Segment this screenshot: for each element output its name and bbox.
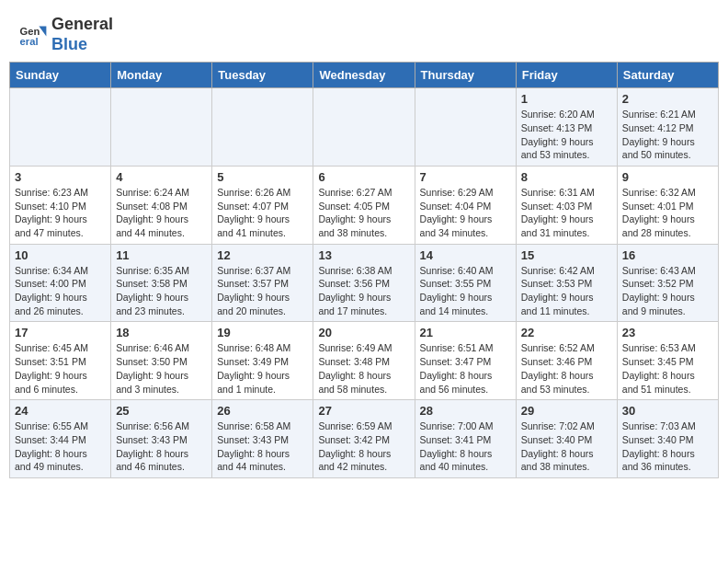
day-info: Sunrise: 6:42 AM Sunset: 3:53 PM Dayligh… [521, 264, 612, 318]
day-info: Sunrise: 7:00 AM Sunset: 3:41 PM Dayligh… [420, 419, 511, 474]
col-header-monday: Monday [111, 63, 212, 88]
header-row: SundayMondayTuesdayWednesdayThursdayFrid… [10, 63, 719, 88]
day-info: Sunrise: 6:46 AM Sunset: 3:50 PM Dayligh… [116, 341, 207, 396]
day-number: 14 [420, 248, 511, 262]
day-cell: 29Sunrise: 7:02 AM Sunset: 3:40 PM Dayli… [516, 400, 617, 478]
day-info: Sunrise: 6:23 AM Sunset: 4:10 PM Dayligh… [15, 186, 106, 240]
svg-marker-2 [39, 26, 46, 36]
day-cell: 15Sunrise: 6:42 AM Sunset: 3:53 PM Dayli… [516, 244, 617, 322]
day-cell: 8Sunrise: 6:31 AM Sunset: 4:03 PM Daylig… [516, 166, 617, 244]
svg-text:Gen: Gen [20, 26, 40, 37]
day-info: Sunrise: 6:35 AM Sunset: 3:58 PM Dayligh… [116, 264, 207, 318]
calendar: SundayMondayTuesdayWednesdayThursdayFrid… [9, 62, 719, 478]
day-number: 27 [318, 404, 409, 418]
day-info: Sunrise: 6:40 AM Sunset: 3:55 PM Dayligh… [420, 264, 511, 318]
col-header-wednesday: Wednesday [313, 63, 415, 88]
day-cell: 18Sunrise: 6:46 AM Sunset: 3:50 PM Dayli… [111, 322, 212, 400]
day-cell: 13Sunrise: 6:38 AM Sunset: 3:56 PM Dayli… [313, 244, 415, 322]
day-number: 21 [420, 326, 511, 339]
day-cell: 14Sunrise: 6:40 AM Sunset: 3:55 PM Dayli… [415, 244, 516, 322]
day-info: Sunrise: 6:21 AM Sunset: 4:12 PM Dayligh… [622, 108, 713, 162]
day-cell: 5Sunrise: 6:26 AM Sunset: 4:07 PM Daylig… [212, 166, 313, 244]
day-cell: 1Sunrise: 6:20 AM Sunset: 4:13 PM Daylig… [516, 88, 617, 167]
day-cell: 10Sunrise: 6:34 AM Sunset: 4:00 PM Dayli… [10, 244, 111, 322]
day-number: 6 [318, 170, 409, 184]
day-info: Sunrise: 6:45 AM Sunset: 3:51 PM Dayligh… [15, 341, 106, 396]
week-row-5: 24Sunrise: 6:55 AM Sunset: 3:44 PM Dayli… [10, 400, 719, 478]
week-row-4: 17Sunrise: 6:45 AM Sunset: 3:51 PM Dayli… [10, 322, 719, 400]
day-number: 28 [420, 404, 511, 418]
day-info: Sunrise: 6:55 AM Sunset: 3:44 PM Dayligh… [15, 419, 106, 474]
day-number: 10 [15, 248, 106, 262]
day-cell [10, 88, 111, 167]
calendar-body: 1Sunrise: 6:20 AM Sunset: 4:13 PM Daylig… [10, 88, 719, 478]
day-info: Sunrise: 6:43 AM Sunset: 3:52 PM Dayligh… [622, 264, 713, 318]
day-cell: 27Sunrise: 6:59 AM Sunset: 3:42 PM Dayli… [313, 400, 415, 478]
calendar-header: SundayMondayTuesdayWednesdayThursdayFrid… [10, 63, 719, 88]
day-info: Sunrise: 6:20 AM Sunset: 4:13 PM Dayligh… [521, 108, 612, 162]
day-number: 22 [521, 326, 612, 339]
day-info: Sunrise: 6:24 AM Sunset: 4:08 PM Dayligh… [116, 186, 207, 240]
day-number: 17 [15, 326, 106, 339]
day-cell: 12Sunrise: 6:37 AM Sunset: 3:57 PM Dayli… [212, 244, 313, 322]
day-info: Sunrise: 6:59 AM Sunset: 3:42 PM Dayligh… [318, 419, 409, 474]
day-number: 2 [622, 92, 713, 106]
col-header-saturday: Saturday [617, 63, 718, 88]
day-info: Sunrise: 6:38 AM Sunset: 3:56 PM Dayligh… [318, 264, 409, 318]
day-number: 11 [116, 248, 207, 262]
day-cell: 19Sunrise: 6:48 AM Sunset: 3:49 PM Dayli… [212, 322, 313, 400]
day-number: 23 [622, 326, 713, 339]
day-number: 7 [420, 170, 511, 184]
day-info: Sunrise: 6:48 AM Sunset: 3:49 PM Dayligh… [217, 341, 308, 396]
day-info: Sunrise: 6:49 AM Sunset: 3:48 PM Dayligh… [318, 341, 409, 396]
day-cell: 20Sunrise: 6:49 AM Sunset: 3:48 PM Dayli… [313, 322, 415, 400]
day-cell [212, 88, 313, 167]
day-cell: 21Sunrise: 6:51 AM Sunset: 3:47 PM Dayli… [415, 322, 516, 400]
day-number: 13 [318, 248, 409, 262]
day-number: 5 [217, 170, 308, 184]
col-header-sunday: Sunday [10, 63, 111, 88]
day-info: Sunrise: 6:27 AM Sunset: 4:05 PM Dayligh… [318, 186, 409, 240]
day-number: 4 [116, 170, 207, 184]
day-info: Sunrise: 7:02 AM Sunset: 3:40 PM Dayligh… [521, 419, 612, 474]
day-cell: 24Sunrise: 6:55 AM Sunset: 3:44 PM Dayli… [10, 400, 111, 478]
day-cell: 17Sunrise: 6:45 AM Sunset: 3:51 PM Dayli… [10, 322, 111, 400]
day-number: 15 [521, 248, 612, 262]
day-info: Sunrise: 6:53 AM Sunset: 3:45 PM Dayligh… [622, 341, 713, 396]
col-header-tuesday: Tuesday [212, 63, 313, 88]
day-cell: 30Sunrise: 7:03 AM Sunset: 3:40 PM Dayli… [617, 400, 718, 478]
day-cell: 25Sunrise: 6:56 AM Sunset: 3:43 PM Dayli… [111, 400, 212, 478]
day-number: 20 [318, 326, 409, 339]
day-cell: 26Sunrise: 6:58 AM Sunset: 3:43 PM Dayli… [212, 400, 313, 478]
day-number: 8 [521, 170, 612, 184]
day-cell: 22Sunrise: 6:52 AM Sunset: 3:46 PM Dayli… [516, 322, 617, 400]
day-info: Sunrise: 6:52 AM Sunset: 3:46 PM Dayligh… [521, 341, 612, 396]
day-number: 9 [622, 170, 713, 184]
day-number: 1 [521, 92, 612, 106]
day-number: 25 [116, 404, 207, 418]
day-info: Sunrise: 6:51 AM Sunset: 3:47 PM Dayligh… [420, 341, 511, 396]
day-cell: 3Sunrise: 6:23 AM Sunset: 4:10 PM Daylig… [10, 166, 111, 244]
header: Gen eral General Blue [0, 0, 728, 62]
day-cell: 4Sunrise: 6:24 AM Sunset: 4:08 PM Daylig… [111, 166, 212, 244]
day-cell [111, 88, 212, 167]
day-number: 30 [622, 404, 713, 418]
day-info: Sunrise: 6:26 AM Sunset: 4:07 PM Dayligh… [217, 186, 308, 240]
day-cell: 28Sunrise: 7:00 AM Sunset: 3:41 PM Dayli… [415, 400, 516, 478]
day-number: 26 [217, 404, 308, 418]
svg-text:eral: eral [20, 36, 39, 47]
logo-text: General Blue [51, 15, 113, 54]
day-info: Sunrise: 7:03 AM Sunset: 3:40 PM Dayligh… [622, 419, 713, 474]
day-info: Sunrise: 6:34 AM Sunset: 4:00 PM Dayligh… [15, 264, 106, 318]
day-number: 16 [622, 248, 713, 262]
logo: Gen eral General Blue [18, 15, 113, 54]
day-number: 12 [217, 248, 308, 262]
day-cell [313, 88, 415, 167]
day-number: 19 [217, 326, 308, 339]
day-cell: 2Sunrise: 6:21 AM Sunset: 4:12 PM Daylig… [617, 88, 718, 167]
day-number: 24 [15, 404, 106, 418]
day-info: Sunrise: 6:56 AM Sunset: 3:43 PM Dayligh… [116, 419, 207, 474]
day-info: Sunrise: 6:58 AM Sunset: 3:43 PM Dayligh… [217, 419, 308, 474]
day-cell: 7Sunrise: 6:29 AM Sunset: 4:04 PM Daylig… [415, 166, 516, 244]
col-header-friday: Friday [516, 63, 617, 88]
